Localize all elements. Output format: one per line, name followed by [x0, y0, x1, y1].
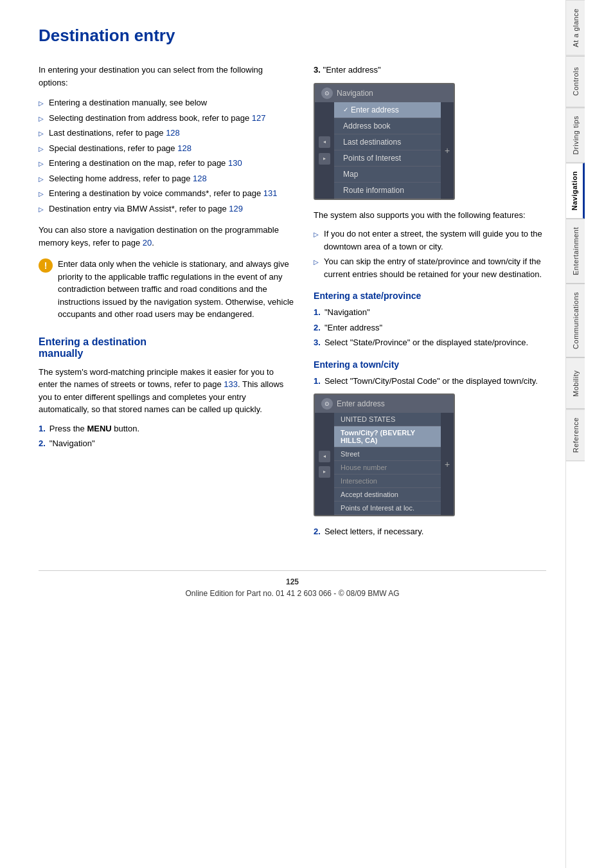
warning-icon: ! — [39, 258, 53, 273]
step-text: Select letters, if necessary. — [324, 525, 423, 538]
page-link[interactable]: 131 — [263, 188, 278, 198]
step3-num: 3. — [314, 65, 321, 75]
step3-label: 3. "Enter address" — [314, 64, 546, 77]
page-link[interactable]: 130 — [228, 158, 242, 168]
page-link[interactable]: 127 — [252, 113, 266, 123]
nav-screen-title: Navigation — [337, 89, 373, 98]
list-item: Entering a destination on the map, refer… — [39, 157, 294, 170]
nav-item-address-book: Address book — [334, 118, 441, 134]
enter-address-screen: ⊙ Enter address ◂ ▸ UNITED STATES Town/C… — [314, 393, 455, 516]
step-item: 2. Select letters, if necessary. — [314, 525, 546, 538]
page-link[interactable]: 128 — [177, 143, 191, 153]
section-manually-title: Entering a destinationmanually — [39, 336, 294, 359]
addr-step2: 2. Select letters, if necessary. — [314, 525, 546, 538]
step-number: 1. — [39, 422, 46, 435]
list-item: Selecting home address, refer to page 12… — [39, 172, 294, 185]
navigation-screen: ⊙ Navigation ◂ ▸ Enter address Address b… — [314, 83, 455, 200]
step-item: 2. "Enter address" — [314, 321, 546, 334]
list-item-text: Destination entry via BMW Assist*, refer… — [49, 203, 243, 215]
tab-driving-tips[interactable]: Driving tips — [566, 107, 585, 163]
nav-item-route-info: Route information — [334, 183, 441, 199]
step-number: 3. — [314, 336, 321, 349]
nav-item-points-of-interest: Points of Interest — [334, 150, 441, 167]
nav-screen-right-btn: + — [441, 102, 454, 199]
nav-controls-left: ◂ ▸ — [315, 102, 334, 199]
feature-text: You can skip the entry of state/province… — [324, 255, 546, 280]
manually-body: The system's word-matching principle mak… — [39, 366, 294, 416]
bullet-list: Entering a destination manually, see bel… — [39, 96, 294, 215]
list-item: Last destinations, refer to page 128 — [39, 127, 294, 140]
step-item: 3. Select "State/Province" or the displa… — [314, 336, 546, 349]
warning-text: Enter data only when the vehicle is stat… — [58, 258, 294, 321]
step-text: "Navigation" — [49, 437, 95, 450]
town-section-title: Entering a town/city — [314, 359, 546, 370]
step-number: 2. — [314, 525, 321, 538]
step-text: Select "Town/City/Postal Code" or the di… — [324, 375, 538, 388]
nav-screen-icon: ⊙ — [321, 87, 333, 99]
step3-text: "Enter address" — [323, 65, 381, 75]
addr-item-country: UNITED STATES — [334, 413, 441, 426]
feature-text: If you do not enter a street, the system… — [324, 228, 546, 253]
nav-screen-header: ⊙ Navigation — [315, 84, 454, 102]
step-item: 1. Press the MENU button. — [39, 422, 294, 435]
page-link[interactable]: 129 — [229, 204, 243, 213]
step-text: Select "State/Province" or the displayed… — [324, 336, 528, 349]
tab-communications[interactable]: Communications — [566, 284, 585, 357]
step-number: 1. — [314, 375, 321, 388]
footer-text: Online Edition for Part no. 01 41 2 603 … — [185, 589, 399, 598]
nav-item-last-destinations: Last destinations — [334, 134, 441, 150]
page-link[interactable]: 128 — [166, 128, 180, 138]
tab-mobility[interactable]: Mobility — [566, 357, 585, 409]
addr-item-intersection: Intersection — [334, 475, 441, 488]
addr-screen-title: Enter address — [337, 399, 385, 408]
addr-control-up: ◂ — [319, 451, 330, 462]
step-text: Press the MENU button. — [49, 422, 139, 435]
town-steps: 1. Select "Town/City/Postal Code" or the… — [314, 375, 546, 388]
list-item-text: Last destinations, refer to page 128 — [49, 127, 180, 140]
list-item-text: Entering a destination by voice commands… — [49, 187, 278, 200]
addr-screen-header: ⊙ Enter address — [315, 395, 454, 413]
nav-control-up: ◂ — [319, 136, 330, 148]
tab-at-a-glance[interactable]: At a glance — [566, 0, 585, 56]
step-item: 2. "Navigation" — [39, 437, 294, 450]
state-steps: 1. "Navigation" 2. "Enter address" 3. Se… — [314, 306, 546, 349]
tab-controls[interactable]: Controls — [566, 56, 585, 107]
addr-controls-left: ◂ ▸ — [315, 413, 334, 515]
nav-screen-items: Enter address Address book Last destinat… — [334, 102, 441, 199]
state-section-title: Entering a state/province — [314, 291, 546, 301]
nav-screen-body: ◂ ▸ Enter address Address book Last dest… — [315, 102, 454, 199]
addr-item-poi: Points of Interest at loc. — [334, 502, 441, 515]
step-number: 1. — [314, 306, 321, 319]
list-item: Destination entry via BMW Assist*, refer… — [39, 203, 294, 215]
feature-item: You can skip the entry of state/province… — [314, 255, 546, 280]
warning-box: ! Enter data only when the vehicle is st… — [39, 258, 294, 321]
nav-item-map: Map — [334, 167, 441, 183]
addr-screen-body: ◂ ▸ UNITED STATES Town/City? (BEVERLY HI… — [315, 413, 454, 515]
store-nav-link[interactable]: 20 — [143, 238, 152, 248]
page-number: 125 — [39, 577, 546, 586]
list-item-text: Entering a destination manually, see bel… — [49, 96, 207, 109]
tab-reference[interactable]: Reference — [566, 409, 585, 461]
list-item-text: Special destinations, refer to page 128 — [49, 142, 191, 155]
addr-item-town: Town/City? (BEVERLY HILLS, CA) — [334, 426, 441, 448]
list-item: Special destinations, refer to page 128 — [39, 142, 294, 155]
step-item: 1. "Navigation" — [314, 306, 546, 319]
tab-navigation[interactable]: Navigation — [566, 163, 585, 219]
addr-item-accept: Accept destination — [334, 488, 441, 502]
feature-bullet-list: If you do not enter a street, the system… — [314, 228, 546, 280]
addr-control-down: ▸ — [319, 466, 330, 478]
page-link[interactable]: 128 — [193, 174, 207, 183]
list-item-text: Entering a destination on the map, refer… — [49, 157, 242, 170]
page-footer: 125 Online Edition for Part no. 01 41 2 … — [39, 570, 546, 598]
intro-text: In entering your destination you can sel… — [39, 64, 294, 89]
addr-item-house: House number — [334, 461, 441, 475]
tab-entertainment[interactable]: Entertainment — [566, 219, 585, 284]
right-tabs: At a glance Controls Driving tips Naviga… — [565, 0, 585, 868]
list-item: Entering a destination by voice commands… — [39, 187, 294, 200]
list-item: Entering a destination manually, see bel… — [39, 96, 294, 109]
addr-screen-items: UNITED STATES Town/City? (BEVERLY HILLS,… — [334, 413, 441, 515]
nav-item-enter-address: Enter address — [334, 102, 441, 118]
manually-link[interactable]: 133 — [224, 379, 238, 389]
addr-screen-icon: ⊙ — [321, 398, 333, 410]
following-features-text: The system also supports you with the fo… — [314, 209, 546, 222]
